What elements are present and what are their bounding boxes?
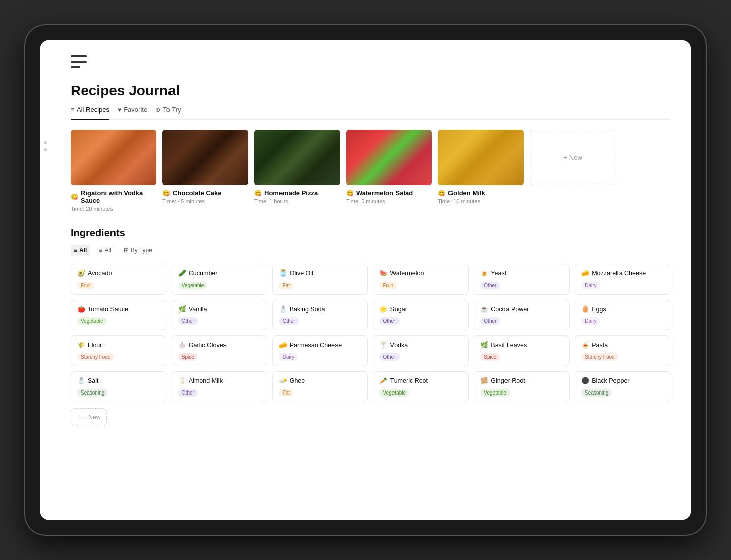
recipe-card[interactable]: 😋 Rigatoni with Vodka Sauce Time: 20 min… (71, 130, 156, 212)
recipe-time: Time: 20 minutes (71, 206, 156, 212)
ingredient-tag: Starchy Food (581, 353, 618, 361)
ingredient-card[interactable]: 🍉 Watermelon Fruit (373, 264, 469, 295)
ingredient-tag: Dairy (581, 282, 600, 289)
recipe-emoji: 😋 (71, 193, 78, 200)
page-title: Recipes Journal (71, 83, 670, 99)
ingredient-card[interactable]: 🥑 Avocado Fruit (71, 264, 166, 295)
tab-to-try[interactable]: ⊕ To Try (155, 106, 181, 120)
main-content: Recipes Journal ≡ All Recipes ♥ Favorite… (50, 40, 691, 520)
to-try-icon: ⊕ (155, 106, 160, 114)
screen: Recipes Journal ≡ All Recipes ♥ Favorite… (40, 40, 691, 520)
ingredient-card[interactable]: 🧀 Mozzarella Cheese Dairy (575, 264, 670, 295)
ingredient-emoji: 🧄 (178, 341, 186, 349)
ingredient-name: 🧄 Garlic Gloves (178, 341, 261, 349)
ingredient-card[interactable]: 🌿 Basil Leaves Spice (474, 335, 570, 366)
new-ingredient-button[interactable]: + + New (71, 408, 107, 426)
ingredient-name: 🌿 Basil Leaves (480, 341, 563, 349)
recipe-card[interactable]: 😋 Homemade Pizza Time: 1 hours (254, 130, 340, 204)
ingredient-name: 🥛 Almond Milk (178, 377, 261, 384)
ingredient-emoji: 🍸 (379, 341, 387, 349)
tab-favorite[interactable]: ♥ Favorite (118, 106, 147, 120)
recipe-card[interactable]: 😋 Watermelon Salad Time: 5 minutes (346, 130, 432, 204)
ingredient-tag: Fat (279, 282, 293, 289)
recipe-emoji: 😋 (438, 190, 445, 197)
menu-icon[interactable] (71, 55, 87, 68)
ing-tab-all-2-icon: ≡ (99, 247, 102, 254)
menu-line-2 (71, 61, 87, 63)
tab-all-recipes[interactable]: ≡ All Recipes (71, 106, 109, 120)
ingredient-card[interactable]: 🥒 Cucumber Vegetable (172, 264, 267, 295)
ingredient-card[interactable]: 🍸 Vodka Other (373, 335, 469, 366)
ingredient-name: 🧀 Mozzarella Cheese (581, 269, 664, 277)
ing-tab-all-1-icon: ≡ (74, 247, 77, 254)
ingredient-name: 🥒 Cucumber (178, 269, 261, 277)
ingredient-card[interactable]: 🧂 Salt Seasoning (71, 371, 166, 402)
new-recipe-button[interactable]: +New (530, 130, 615, 185)
ingredient-card[interactable]: 🍅 Tomato Sauce Vegetable (71, 300, 166, 330)
ingredient-card[interactable]: 🧈 Ghee Fat (272, 371, 368, 402)
ingredient-emoji: 🫚 (480, 377, 488, 384)
ingredient-emoji: 🍅 (77, 305, 85, 313)
ingredient-emoji: 🍺 (480, 269, 488, 277)
recipe-time: Time: 5 minutes (346, 198, 432, 204)
ingredient-card[interactable]: 🌿 Vanilla Other (172, 300, 267, 330)
new-ingredient-container: + + New (71, 408, 670, 426)
ingredient-name: 🧂 Baking Soda (279, 305, 362, 313)
ingredient-tag: Spice (480, 353, 500, 361)
ingredient-emoji: 🫙 (279, 269, 287, 277)
plus-icon: + (77, 414, 81, 421)
ing-tab-by-type-icon: ⊞ (124, 247, 129, 254)
recipe-image (254, 130, 340, 185)
device-frame: Recipes Journal ≡ All Recipes ♥ Favorite… (25, 25, 706, 535)
ingredient-tag: Fruit (379, 282, 397, 289)
sidebar-dot-1 (44, 141, 47, 144)
ingredient-card[interactable]: 🧄 Garlic Gloves Spice (172, 335, 267, 366)
ingredient-tag: Other (178, 317, 198, 325)
ingredient-card[interactable]: 🥕 Tumeric Root Vegetable (373, 371, 469, 402)
ingredient-card[interactable]: 🌟 Sugar Other (373, 300, 469, 330)
ingredient-emoji: 🧂 (77, 377, 85, 384)
ingredient-emoji: 🌿 (480, 341, 488, 349)
ingredient-card[interactable]: ☕ Cocoa Power Other (474, 300, 570, 330)
ingredient-name: ⚫ Black Pepper (581, 377, 664, 384)
ingredient-tag: Vegetable (379, 389, 409, 397)
ingredient-tag: Fat (279, 389, 293, 397)
ingredient-card[interactable]: 🍺 Yeast Other (474, 264, 570, 295)
ingredient-card[interactable]: 🥚 Eggs Dairy (575, 300, 670, 330)
ingredient-card[interactable]: 🌾 Flour Starchy Food (71, 335, 166, 366)
ing-tab-all-1[interactable]: ≡ All (71, 245, 90, 256)
ingredient-tag: Vegetable (480, 389, 510, 397)
recipe-card[interactable]: 😋 Golden Milk Time: 10 minutes (438, 130, 524, 204)
ingredient-card[interactable]: ⚫ Black Pepper Seasoning (575, 371, 670, 402)
ingredient-name: 🫙 Olive Oil (279, 269, 362, 277)
ingredient-emoji: 🍝 (581, 341, 589, 349)
ingredient-tag: Dairy (581, 317, 600, 325)
ingredient-name: 🍝 Pasta (581, 341, 664, 349)
ingredient-emoji: ⚫ (581, 377, 589, 384)
ingredient-tag: Other (279, 317, 299, 325)
ingredient-card[interactable]: 🍝 Pasta Starchy Food (575, 335, 670, 366)
all-recipes-icon: ≡ (71, 106, 74, 114)
recipe-card[interactable]: 😋 Chocolate Cake Time: 45 minutes (162, 130, 248, 204)
ing-tab-by-type[interactable]: ⊞ By Type (121, 245, 155, 256)
recipe-time: Time: 45 minutes (162, 198, 248, 204)
ingredient-card[interactable]: 🫙 Olive Oil Fat (272, 264, 368, 295)
ingredient-tag: Dairy (279, 353, 298, 361)
ingredient-emoji: 🧀 (279, 341, 287, 349)
ingredients-tabs: ≡ All ≡ All ⊞ By Type (71, 245, 670, 256)
recipe-image (71, 130, 156, 185)
ingredient-card[interactable]: 🥛 Almond Milk Other (172, 371, 267, 402)
ing-tab-all-2[interactable]: ≡ All (96, 245, 114, 256)
recipe-time: Time: 10 minutes (438, 198, 524, 204)
ingredient-tag: Spice (178, 353, 198, 361)
ingredient-card[interactable]: 🧂 Baking Soda Other (272, 300, 368, 330)
ingredient-card[interactable]: 🧀 Parmesan Cheese Dairy (272, 335, 368, 366)
ingredient-tag: Other (480, 317, 500, 325)
ingredient-tag: Other (178, 389, 198, 397)
ingredient-tag: Vegetable (77, 317, 107, 325)
ingredient-emoji: ☕ (480, 305, 488, 313)
recipe-emoji: 😋 (254, 190, 262, 197)
ingredient-card[interactable]: 🫚 Ginger Root Vegetable (474, 371, 570, 402)
ingredient-emoji: 🥑 (77, 269, 85, 277)
recipe-image (162, 130, 248, 185)
